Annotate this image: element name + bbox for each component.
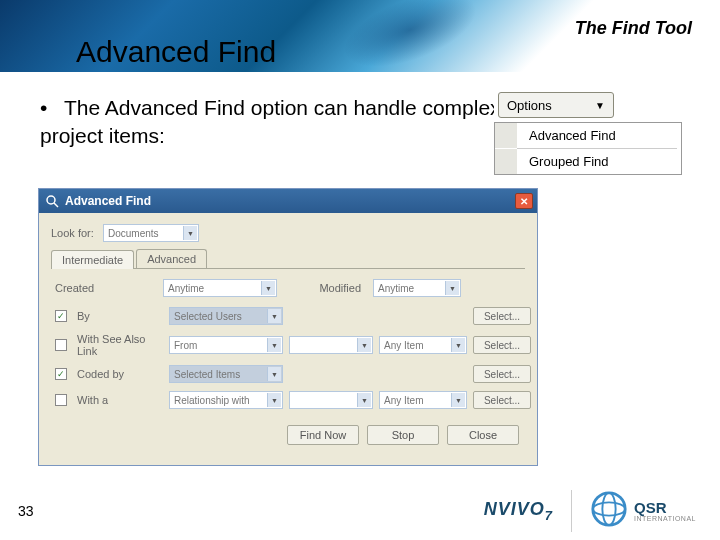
page-title: Advanced Find (76, 35, 276, 69)
checkbox[interactable] (55, 394, 67, 406)
select-button[interactable]: Select... (473, 391, 531, 409)
created-dropdown[interactable]: Anytime▼ (163, 279, 277, 297)
select-button[interactable]: Select... (473, 365, 531, 383)
menu-item-advanced-find[interactable]: Advanced Find (495, 123, 681, 148)
svg-line-1 (54, 203, 58, 207)
criteria-field3[interactable]: Any Item▼ (379, 391, 467, 409)
created-label: Created (55, 282, 157, 294)
qsr-logo: QSR INTERNATIONAL (590, 490, 696, 532)
criteria-row: ✓ By Selected Users▼ Select... (55, 307, 521, 325)
checkbox[interactable] (55, 339, 67, 351)
chevron-down-icon: ▼ (261, 281, 275, 295)
criteria-field1[interactable]: From▼ (169, 336, 283, 354)
tab-advanced[interactable]: Advanced (136, 249, 207, 268)
criteria-field1[interactable]: Selected Users▼ (169, 307, 283, 325)
page-number: 33 (18, 503, 34, 519)
criteria-field1[interactable]: Selected Items▼ (169, 365, 283, 383)
criteria-label: By (77, 310, 163, 322)
advanced-find-dialog: Advanced Find ✕ Look for: Documents▼ Int… (38, 188, 538, 466)
modified-label: Modified (283, 282, 367, 294)
criteria-field1[interactable]: Relationship with▼ (169, 391, 283, 409)
criteria-field3[interactable]: Any Item▼ (379, 336, 467, 354)
options-popup: Options ▼ Advanced Find Grouped Find (494, 92, 704, 175)
chevron-down-icon: ▼ (183, 226, 197, 240)
nvivo-logo: NVIVO7 (484, 499, 553, 523)
chevron-down-icon: ▼ (357, 393, 371, 407)
checkbox[interactable]: ✓ (55, 368, 67, 380)
stop-button[interactable]: Stop (367, 425, 439, 445)
logo-divider (571, 490, 572, 532)
qsr-text: QSR (634, 500, 696, 515)
select-button[interactable]: Select... (473, 307, 531, 325)
svg-point-4 (602, 493, 615, 525)
section-title: The Find Tool (575, 18, 692, 39)
qsr-subtext: INTERNATIONAL (634, 515, 696, 522)
dialog-title: Advanced Find (65, 194, 151, 208)
criteria-row: With a Relationship with▼ ▼ Any Item▼ Se… (55, 391, 521, 409)
chevron-down-icon: ▼ (267, 309, 281, 323)
look-for-label: Look for: (51, 227, 97, 239)
close-button[interactable]: ✕ (515, 193, 533, 209)
svg-point-0 (47, 196, 55, 204)
options-menu: Advanced Find Grouped Find (494, 122, 682, 175)
chevron-down-icon: ▼ (357, 338, 371, 352)
svg-point-2 (593, 493, 625, 525)
chevron-down-icon: ▼ (267, 367, 281, 381)
close-icon: ✕ (520, 196, 528, 207)
menu-item-grouped-find[interactable]: Grouped Find (495, 149, 681, 174)
find-now-button[interactable]: Find Now (287, 425, 359, 445)
criteria-label: Coded by (77, 368, 163, 380)
criteria-field2[interactable]: ▼ (289, 391, 373, 409)
look-for-dropdown[interactable]: Documents▼ (103, 224, 199, 242)
chevron-down-icon: ▼ (267, 393, 281, 407)
criteria-label: With a (77, 394, 163, 406)
criteria-field2[interactable]: ▼ (289, 336, 373, 354)
chevron-down-icon: ▼ (267, 338, 281, 352)
chevron-down-icon: ▼ (595, 100, 605, 111)
dialog-titlebar[interactable]: Advanced Find ✕ (39, 189, 537, 213)
search-icon (45, 194, 59, 208)
footer: 33 NVIVO7 QSR INTERNATIONAL (0, 490, 720, 532)
options-button-label: Options (507, 98, 552, 113)
criteria-label: With See Also Link (77, 333, 163, 357)
tab-intermediate[interactable]: Intermediate (51, 250, 134, 269)
chevron-down-icon: ▼ (445, 281, 459, 295)
criteria-row: With See Also Link From▼ ▼ Any Item▼ Sel… (55, 333, 521, 357)
criteria-row: ✓ Coded by Selected Items▼ Select... (55, 365, 521, 383)
look-for-value: Documents (108, 228, 159, 239)
modified-dropdown[interactable]: Anytime▼ (373, 279, 461, 297)
select-button[interactable]: Select... (473, 336, 531, 354)
options-button[interactable]: Options ▼ (498, 92, 614, 118)
chevron-down-icon: ▼ (451, 393, 465, 407)
close-dialog-button[interactable]: Close (447, 425, 519, 445)
globe-icon (590, 490, 628, 532)
svg-point-3 (593, 502, 625, 515)
chevron-down-icon: ▼ (451, 338, 465, 352)
checkbox[interactable]: ✓ (55, 310, 67, 322)
